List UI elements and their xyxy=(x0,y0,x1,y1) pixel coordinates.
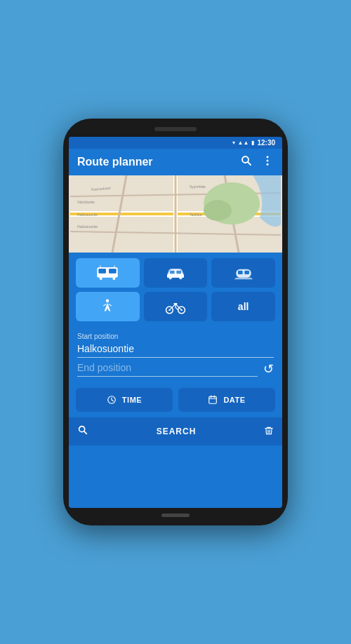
more-menu-button[interactable] xyxy=(261,154,274,170)
svg-text:Väinölantie: Väinölantie xyxy=(77,200,95,204)
svg-point-39 xyxy=(106,300,109,302)
end-position-row: ↺ xyxy=(77,361,274,377)
transport-tram-button[interactable] xyxy=(211,258,275,288)
svg-point-27 xyxy=(100,277,102,280)
battery-icon: ▮ xyxy=(251,140,254,146)
transport-bike-button[interactable] xyxy=(144,292,208,321)
svg-line-51 xyxy=(84,431,87,434)
svg-point-4 xyxy=(267,163,269,166)
phone-screen: ▾ ▲▲ ▮ 12:30 Route planner xyxy=(69,137,282,508)
status-time: 12:30 xyxy=(257,139,275,147)
status-bar: ▾ ▲▲ ▮ 12:30 xyxy=(69,137,282,149)
svg-line-29 xyxy=(100,265,101,267)
svg-text:Halkosuontie: Halkosuontie xyxy=(77,224,98,229)
start-position-group: Start position xyxy=(77,333,274,358)
search-label: SEARCH xyxy=(95,427,257,436)
time-button[interactable]: TIME xyxy=(76,388,173,412)
app-bar: Route planner xyxy=(69,149,282,175)
bottom-bar: SEARCH xyxy=(69,417,282,445)
bottom-search-icon-button[interactable] xyxy=(77,424,88,438)
svg-text:Tauflute: Tauflute xyxy=(190,213,202,217)
wifi-icon: ▾ xyxy=(232,140,235,146)
svg-rect-32 xyxy=(170,271,175,274)
home-button[interactable] xyxy=(161,514,190,517)
svg-rect-38 xyxy=(244,271,249,274)
transport-car-button[interactable] xyxy=(144,258,208,288)
svg-rect-37 xyxy=(238,271,243,274)
phone-frame: ▾ ▲▲ ▮ 12:30 Route planner xyxy=(63,119,288,525)
start-position-label: Start position xyxy=(77,333,274,340)
svg-rect-24 xyxy=(99,269,107,274)
search-button[interactable] xyxy=(240,154,253,170)
svg-line-30 xyxy=(114,265,115,267)
svg-point-35 xyxy=(179,276,182,279)
app-title: Route planner xyxy=(77,156,153,168)
svg-rect-26 xyxy=(98,275,118,277)
date-button[interactable]: DATE xyxy=(178,388,275,412)
phone-speaker xyxy=(154,127,197,131)
transport-bus-button[interactable] xyxy=(76,258,140,288)
signal-icon: ▲▲ xyxy=(238,140,249,146)
time-label: TIME xyxy=(122,396,142,404)
map-area: Paanankaari Syyrinkitie Tauflute Halkosu… xyxy=(69,175,282,253)
svg-text:Halkosuontie: Halkosuontie xyxy=(77,213,98,217)
all-label: all xyxy=(238,301,249,312)
form-section: Start position ↺ xyxy=(69,327,282,382)
transport-all-button[interactable]: all xyxy=(211,292,275,321)
svg-text:Syyrinkitie: Syyrinkitie xyxy=(190,185,206,189)
svg-rect-25 xyxy=(109,269,117,274)
svg-point-3 xyxy=(267,160,269,162)
app-bar-actions xyxy=(240,154,274,170)
svg-point-28 xyxy=(113,277,116,280)
end-input-wrap xyxy=(77,361,258,377)
end-position-input[interactable] xyxy=(77,361,258,377)
svg-rect-44 xyxy=(174,303,178,304)
swap-button[interactable]: ↺ xyxy=(258,361,274,377)
svg-line-1 xyxy=(248,162,251,165)
status-icons: ▾ ▲▲ ▮ 12:30 xyxy=(232,139,275,147)
time-date-row: TIME DATE xyxy=(69,382,282,417)
search-row: SEARCH xyxy=(77,417,274,445)
svg-point-34 xyxy=(169,276,172,279)
svg-point-15 xyxy=(204,200,232,221)
transport-walk-button[interactable] xyxy=(76,292,140,321)
start-position-input[interactable] xyxy=(77,342,274,358)
transport-grid: all xyxy=(69,253,282,327)
svg-point-2 xyxy=(267,156,269,158)
svg-rect-46 xyxy=(209,396,217,403)
clear-button[interactable] xyxy=(264,426,274,438)
date-label: DATE xyxy=(223,396,245,404)
svg-rect-33 xyxy=(176,271,181,274)
